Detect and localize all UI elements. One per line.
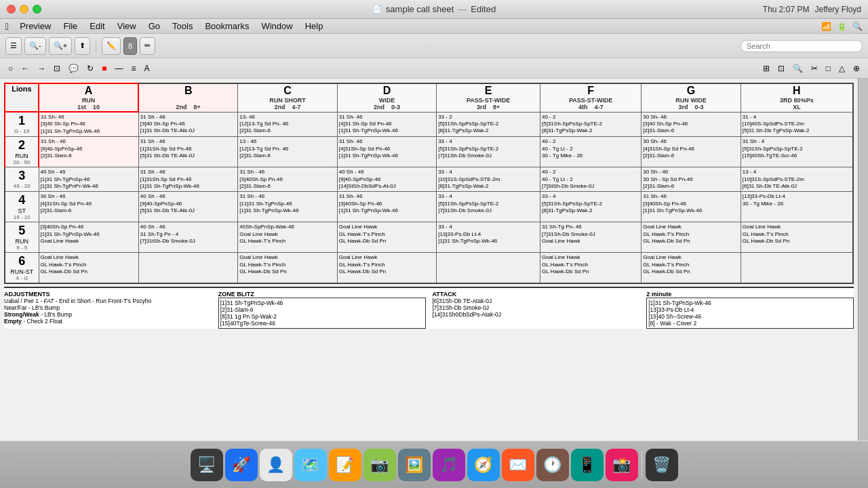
cell-r4-c2: 40 Sh - 46 [9]40-SpPnSp-46 [5]31 Sh-Db T… — [138, 192, 237, 222]
cell-r3-c3: 31 Sh - 46 [3]40Sh-Sp Pn-46 [2]31-Slam-6 — [238, 167, 337, 192]
two-minute-section: 2 minute [1]31 Sh-TgPnSp-Wk-46 [13]33-Ps… — [646, 291, 854, 329]
cell-r1-c3: 13- 46 [12]13-Tg Sd Pn- 46 [2]31-Slam-6 — [238, 112, 337, 137]
toolbar-secondary: ○ ← → ⊡ 💬 ↻ ■ — ≡ A ⊞ ⊡ 🔍 ✂ □ △ ⊕ — [0, 58, 868, 79]
col-c-header: C RUN SHORT 2nd 4-7 — [238, 83, 337, 112]
zone-blitz-title: ZONE BLITZ — [218, 291, 426, 298]
window-controls — [7, 5, 41, 14]
dock-photos[interactable]: 📸 — [606, 449, 638, 481]
menu-edit[interactable]: Edit — [84, 20, 110, 32]
dock-preview[interactable]: 🖼️ — [398, 449, 431, 481]
cell-r2-c6: 40 - 2 40 - Tg Lt - 2 30 - Tg Mike - 26 — [540, 137, 642, 167]
cell-r6-c7: Goal Line Hawk GL Hawk-T's Pinch GL Hawk… — [642, 253, 741, 284]
cell-r1-c1: 31 Sh- 46 [3]40 Sh-Sp Pn-46 [1]31 Sh-TgP… — [39, 112, 138, 137]
rotate-tool[interactable]: ↻ — [84, 63, 96, 74]
dock-maps[interactable]: 🗺️ — [294, 449, 327, 481]
menu-help[interactable]: Help — [300, 20, 329, 32]
right-toolbar-tool6[interactable]: △ — [836, 63, 848, 74]
clock: Thu 2:07 PM — [763, 5, 810, 14]
text-tool[interactable]: A — [142, 63, 153, 74]
color-tool[interactable]: ■ — [99, 63, 109, 74]
dock-contacts[interactable]: 👤 — [260, 449, 292, 481]
col-b-header: B 2nd 8+ — [138, 83, 237, 112]
dock-safari[interactable]: 🧭 — [467, 449, 500, 481]
attack-title: ATTACK — [433, 291, 640, 298]
wifi-icon: 📶 — [821, 22, 831, 31]
dock-notes[interactable]: 📝 — [329, 449, 361, 481]
menu-bookmarks[interactable]: Bookmarks — [199, 20, 254, 32]
cell-r1-c6: 40 - 2 [5]31Sh-SpPsSp-SpTE-2 [8]31-TgPsS… — [540, 112, 642, 137]
menu-tools[interactable]: Tools — [167, 20, 198, 32]
cell-r5-c4: Goal Line Hawk GL Hawk-T's Pinch GL Hawk… — [337, 222, 436, 253]
pen-tool[interactable]: ✏️ — [102, 37, 121, 55]
circle-tool[interactable]: ○ — [5, 63, 16, 74]
menu-go[interactable]: Go — [143, 20, 165, 32]
arrow-right-tool[interactable]: → — [35, 63, 48, 74]
dock-itunes[interactable]: 🎵 — [433, 449, 465, 481]
cell-r6-c2 — [138, 253, 237, 284]
two-minute-title: 2 minute — [646, 291, 854, 298]
cell-r3-c6: 40 - 2 40 - Tg Lt - 2 [7]StSh-Db Smoke-0… — [540, 167, 642, 192]
cell-r3-c8: 13 - 4 [10]31S-SpSdPs-STE-2m [6]31 Sh-Db… — [741, 167, 853, 192]
search-icon[interactable]: 🔍 — [852, 22, 863, 31]
bubble-tool[interactable]: 💬 — [66, 63, 81, 74]
window-title: 📄 sample call sheet — Edited — [372, 4, 496, 14]
attack-section: ATTACK [6]31Sh-Db TE-Atak-0J [7]31Sh-Db … — [433, 291, 640, 329]
crop-tool[interactable]: ⊡ — [51, 63, 63, 74]
line-tool[interactable]: — — [113, 63, 126, 74]
right-toolbar-tool3[interactable]: 🔍 — [790, 63, 806, 74]
cell-r5-c6: 31 Sh-Tg Pn- 46 [7]31Sh-Db Smoke-0J Goal… — [540, 222, 642, 253]
dock-mail[interactable]: ✉️ — [502, 449, 534, 481]
zoom-out-button[interactable]: 🔍- — [24, 37, 46, 55]
right-toolbar-tool7[interactable]: ⊕ — [850, 63, 863, 74]
search-input[interactable] — [741, 40, 863, 52]
minimize-button[interactable] — [20, 5, 28, 14]
col-a-header: A RUN 1st 10 — [39, 83, 138, 112]
menu-bar:  Preview File Edit View Go Tools Bookma… — [0, 19, 868, 34]
cell-r3-c4: 40 Sh - 46 [9]40-SpPnSp-46 [14]StSh-DbSd… — [337, 167, 436, 192]
markup-button[interactable]: ✏ — [140, 37, 155, 55]
cell-r6-c4: Goal Line Hawk GL Hawk-T's Pinch GL Hawk… — [337, 253, 436, 284]
cell-r6-c6: Goal Line Hawk GL Hawk-T's Pinch GL Hawk… — [540, 253, 642, 284]
cell-r2-c3: 13 - 46 [12]13-Tg Sd Pn- 46 [2]31-Slam-6 — [238, 137, 337, 167]
cell-r4-c8: [13]33-Ps-Db Lt-4 30 - Tg Mike - 26 — [741, 192, 853, 222]
maximize-button[interactable] — [33, 5, 41, 14]
cell-r2-c1: 31 Sh - 46 [9]40-SpPnSp-46 [2]31-Slam-6 — [39, 137, 138, 167]
apple-menu[interactable]:  — [5, 21, 9, 32]
right-toolbar-tool4[interactable]: ✂ — [808, 63, 821, 74]
menu-file[interactable]: File — [58, 20, 83, 32]
zoom-in-button[interactable]: 🔍+ — [49, 37, 72, 55]
dock-facetime[interactable]: 📷 — [363, 449, 396, 481]
sidebar-toggle[interactable]: ☰ — [5, 37, 22, 55]
scrollbar-vertical[interactable] — [858, 79, 868, 441]
dock-finder[interactable]: 🖥️ — [191, 449, 223, 481]
dock-clock[interactable]: 🕐 — [536, 449, 569, 481]
align-tool[interactable]: ≡ — [129, 63, 139, 74]
share-button[interactable]: ⬆ — [75, 37, 90, 55]
dock-separator — [642, 451, 642, 479]
title-bar: 📄 sample call sheet — Edited Thu 2:07 PM… — [0, 0, 868, 19]
cell-r5-c7: Goal Line Hawk GL Hawk-T's Pinch GL Hawk… — [642, 222, 741, 253]
arrow-left-tool[interactable]: ← — [18, 63, 32, 74]
dock-appstore[interactable]: 📱 — [571, 449, 604, 481]
dock-trash[interactable]: 🗑️ — [646, 449, 678, 481]
adj-line3: Strong/Weak - LB's Bump — [4, 311, 212, 318]
menu-window[interactable]: Window — [256, 20, 298, 32]
call-sheet-table: Lions A RUN 1st 10 B 2nd 8+ C — [4, 83, 854, 284]
close-button[interactable] — [7, 5, 16, 14]
right-toolbar-tool2[interactable]: ⊡ — [775, 63, 787, 74]
dock-launchpad[interactable]: 🚀 — [225, 449, 258, 481]
right-toolbar-tool1[interactable]: ⊞ — [760, 63, 772, 74]
menu-view[interactable]: View — [112, 20, 142, 32]
cell-r5-c3: 40Sh-SpPnSp-Wak-46 Goal Line Hawk GL Haw… — [238, 222, 337, 253]
zone-blitz-content: [1]31 Sh-TgPnSp-Wk-46 [2]31-Slam-6 [8]31… — [218, 298, 426, 329]
cell-r2-c7: 30 Sh- 46 [4]31Sh-Sp Sd Pn-46 [2]31-Slam… — [642, 137, 741, 167]
right-toolbar-tool5[interactable]: □ — [823, 63, 833, 74]
cell-r6-c5 — [437, 253, 540, 284]
cell-r1-c2: 31 Sh - 46 [3]40 Sh-Sp Pn-46 [1]31 Sh-Db… — [138, 112, 237, 137]
col-f-header: F PASS-ST-WIDE 4th 4-7 — [540, 83, 642, 112]
cell-r1-c5: 33 - 2 [5]31Sh-SpPsSp-SpTE-2 [8]31-TgPsS… — [437, 112, 540, 137]
attack-content: [6]31Sh-Db TE-Atak-0J [7]31Sh-Db Smoke-0… — [433, 298, 640, 318]
adjustments-title: ADJUSTMENTS — [4, 291, 212, 298]
cell-r6-c8 — [741, 253, 853, 284]
menu-preview[interactable]: Preview — [14, 20, 56, 32]
